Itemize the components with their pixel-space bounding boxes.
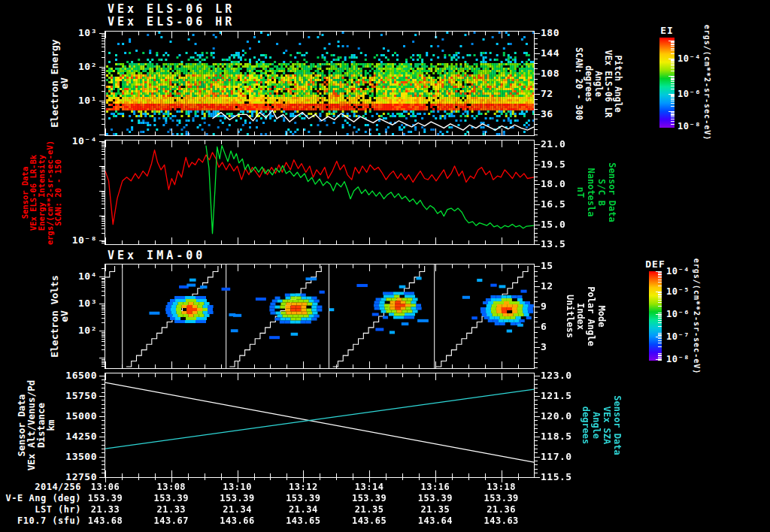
alt-sza-xtick-bottom — [221, 473, 222, 477]
els-intensity-b-xtick-top — [369, 141, 370, 147]
alt-sza-left-minor-tick — [102, 445, 105, 446]
els-intensity-b-xtick-top — [518, 141, 519, 144]
ima-spectrogram-right-minor-tick — [535, 312, 538, 313]
DEF-colorbar-minor-tick — [658, 282, 662, 283]
els-spectrogram-xtick-top — [303, 32, 304, 38]
els-spectrogram-xtick-top — [155, 32, 156, 35]
els-intensity-b-left-minor-tick — [102, 159, 105, 159]
els-intensity-b-xtick-top — [485, 141, 486, 144]
ima-spectrogram-left-minor-tick — [102, 314, 105, 315]
els-intensity-b-xtick-bottom — [502, 237, 502, 244]
ima-spectrogram-left-minor-tick — [102, 312, 105, 313]
els-spectrogram-xtick-top — [221, 32, 222, 35]
ima-spectrogram-xtick-bottom — [485, 364, 486, 368]
alt-sza-xtick-top — [386, 373, 387, 377]
ima-spectrogram-left-minor-tick — [102, 341, 105, 342]
EI-colorbar-tick-label: 10⁻⁴ — [678, 53, 701, 64]
EI-colorbar-tick-label: 10⁻⁶ — [678, 89, 701, 99]
alt-sza-xtick-top — [254, 373, 255, 377]
alt-sza-xtick-below — [452, 478, 453, 480]
els-spectrogram-xtick-bottom — [205, 131, 205, 135]
els-intensity-b-left-minor-tick — [102, 223, 105, 224]
ima-spectrogram-left-minor-tick — [102, 364, 105, 364]
els-intensity-b-left-minor-tick — [102, 179, 105, 180]
els-spectrogram-xtick-top — [468, 32, 469, 35]
alt-sza-left-minor-tick — [102, 440, 105, 441]
els-intensity-b-left-minor-tick — [102, 218, 105, 219]
EI-colorbar-minor-tick — [671, 86, 675, 86]
els-intensity-b-xtick-bottom — [419, 240, 420, 244]
panel-els-spectrogram — [105, 31, 535, 136]
ima-spectrogram-right-minor-tick — [535, 367, 538, 368]
els-intensity-b-left-minor-tick — [102, 208, 105, 209]
EI-colorbar-minor-tick — [671, 101, 675, 101]
ima-spectrogram-xtick-top — [105, 264, 106, 271]
alt-sza-xtick-top — [502, 373, 502, 380]
alt-sza-right-minor-tick — [535, 408, 538, 409]
alt-sza-right-minor-tick — [535, 425, 538, 425]
ima-spectrogram-left-minor-tick — [102, 337, 105, 337]
alt-sza-xtick-below — [270, 478, 271, 480]
alt-sza-xtick-top — [286, 373, 287, 377]
els-intensity-b-xtick-bottom — [518, 240, 519, 244]
els-intensity-b-xtick-top — [402, 141, 403, 144]
els-spectrogram-right-minor-tick — [535, 79, 538, 80]
alt-sza-xtick-bottom — [320, 473, 320, 477]
els-spectrogram-xtick-bottom — [452, 131, 453, 135]
ima-spectrogram-xtick-bottom — [386, 364, 387, 368]
els-spectrogram-left-major-tick — [99, 33, 105, 34]
els-intensity-b-right-major-tick — [535, 165, 540, 165]
els-spectrogram-xtick-bottom — [435, 128, 436, 135]
alt-sza-left-minor-tick — [102, 432, 105, 433]
els-spectrogram-xtick-bottom — [105, 128, 106, 135]
alt-sza-xtick-below — [138, 478, 139, 480]
els-intensity-b-xtick-bottom — [155, 240, 156, 244]
ima-spectrogram-xtick-bottom — [205, 364, 205, 368]
els-spectrogram-right-minor-tick — [535, 135, 538, 135]
table-cell: 143.67 — [147, 515, 196, 526]
alt-sza-xtick-bottom — [468, 473, 469, 477]
EI-colorbar-minor-tick — [671, 95, 675, 96]
table-cell: 21.34 — [279, 504, 327, 515]
DEF-colorbar-minor-tick — [658, 286, 662, 286]
ima-spectrogram-left-minor-tick — [102, 310, 105, 310]
els-spectrogram-left-minor-tick — [102, 119, 105, 119]
els-intensity-b-xtick-bottom — [270, 240, 271, 244]
DEF-colorbar-minor-tick — [658, 306, 662, 307]
EI-colorbar-minor-tick — [671, 77, 675, 77]
DEF-colorbar-minor-tick — [658, 294, 662, 295]
ima-spectrogram-xtick-bottom — [171, 361, 172, 368]
ima-spectrogram-xtick-top — [155, 264, 156, 268]
alt-sza-left-minor-tick — [102, 473, 105, 473]
els-intensity-b-xtick-bottom — [254, 240, 255, 244]
DEF-colorbar-minor-tick — [658, 314, 662, 315]
alt-sza-right-major-tick — [535, 416, 540, 417]
ima-spectrogram-xtick-bottom — [155, 364, 156, 368]
DEF-colorbar-minor-tick — [658, 292, 662, 293]
els-intensity-b-xtick-bottom — [485, 240, 486, 244]
panel1-title-line1: VEx ELS-06 LR — [108, 2, 235, 16]
els-intensity-b-left-minor-tick — [102, 221, 105, 222]
alt-sza-left-major-tick — [99, 416, 105, 417]
els-intensity-b-xtick-bottom — [138, 240, 139, 244]
ima-spectrogram-left-minor-tick — [102, 307, 105, 307]
ima-spectrogram-left-minor-tick — [102, 285, 105, 286]
EI-colorbar-minor-tick — [671, 96, 675, 97]
els-spectrogram-right-minor-tick — [535, 44, 538, 44]
EI-colorbar-minor-tick — [671, 112, 675, 113]
ima-spectrogram-xtick-bottom — [452, 364, 453, 368]
els-spectrogram-left-major-tick — [99, 135, 105, 135]
EI-colorbar-minor-tick — [671, 113, 675, 114]
els-intensity-b-xtick-top — [320, 141, 320, 144]
EI-colorbar-minor-tick — [671, 98, 675, 98]
EI-colorbar-minor-tick — [671, 115, 675, 116]
alt-sza-xtick-top — [270, 373, 271, 377]
DEF-colorbar-tick-label: 10⁻⁵ — [666, 286, 690, 297]
alt-sza-xtick-bottom — [502, 470, 502, 477]
els-intensity-b-xtick-bottom — [205, 240, 205, 244]
els-spectrogram-left-minor-tick — [102, 77, 105, 78]
alt-sza-left-minor-tick — [102, 449, 105, 449]
DEF-colorbar-minor-tick — [658, 338, 662, 339]
ima-spectrogram-xtick-top — [452, 264, 453, 268]
DEF-colorbar-minor-tick — [658, 353, 662, 354]
